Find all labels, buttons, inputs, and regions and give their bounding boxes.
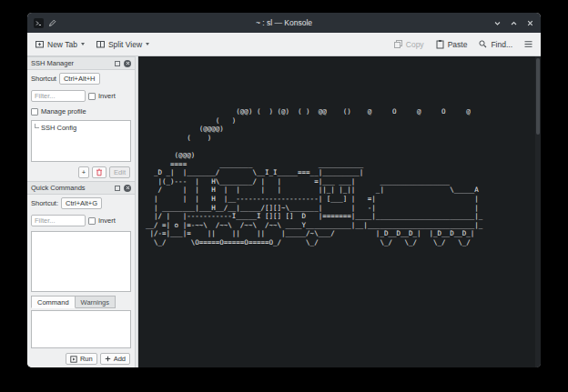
qc-tabs: Command Warnings — [31, 296, 131, 308]
close-icon[interactable] — [124, 60, 131, 67]
ssh-filter-row: Invert — [27, 87, 135, 105]
search-icon — [478, 39, 488, 49]
minimize-button[interactable] — [493, 19, 502, 27]
sidebar: SSH Manager Shortcut Ctrl+Alt+H Invert — [27, 56, 135, 367]
terminal-scrollbar[interactable] — [535, 56, 541, 367]
ssh-manager-panel: SSH Manager Shortcut Ctrl+Alt+H Invert — [27, 56, 135, 181]
add-command-button[interactable]: Add — [100, 353, 130, 365]
float-icon[interactable] — [115, 61, 120, 66]
add-host-button[interactable]: + — [78, 166, 89, 178]
qc-filter-input[interactable] — [31, 215, 86, 226]
tab-warnings[interactable]: Warnings — [76, 296, 116, 308]
ssh-invert-label: Invert — [98, 92, 116, 100]
edit-host-button[interactable]: Edit — [109, 166, 130, 178]
terminal-view[interactable]: (@@) ( ) (@) ( ) @@ () @ O @ O @ ( ) (@@… — [138, 56, 541, 367]
run-icon — [70, 356, 77, 363]
paste-label: Paste — [448, 40, 468, 49]
trash-icon — [96, 168, 103, 176]
ssh-shortcut-label: Shortcut — [31, 75, 56, 83]
tree-item-ssh-config[interactable]: SSH Config — [32, 121, 130, 135]
delete-host-button[interactable] — [92, 166, 106, 178]
paste-icon — [435, 39, 445, 49]
konsole-window: ~ : sl — Konsole New Tab — [27, 13, 541, 367]
chevron-down-icon — [146, 43, 149, 45]
add-label: Add — [114, 355, 126, 363]
qc-command-editor[interactable] — [31, 310, 131, 348]
ssh-filter-input[interactable] — [31, 90, 86, 102]
qc-shortcut-row: Shortcut: Ctrl+Alt+G — [27, 195, 135, 212]
toolbar: New Tab Split View Copy — [27, 33, 541, 56]
close-icon[interactable] — [124, 185, 131, 192]
maximize-button[interactable] — [510, 19, 518, 27]
split-view-icon — [96, 39, 106, 49]
copy-icon — [393, 39, 403, 49]
window-title: ~ : sl — Konsole — [27, 18, 541, 27]
tree-item-label: SSH Config — [41, 124, 76, 132]
tab-command[interactable]: Command — [31, 296, 76, 308]
copy-label: Copy — [406, 40, 424, 49]
ascii-train-art: (@@) ( ) (@) ( ) @@ () @ O @ O @ ( ) (@@… — [138, 56, 541, 247]
qc-invert-checkbox[interactable] — [88, 217, 96, 225]
pencil-icon[interactable] — [48, 19, 56, 27]
quick-commands-header: Quick Commands — [27, 181, 135, 195]
run-button[interactable]: Run — [66, 353, 97, 365]
new-tab-icon — [35, 39, 45, 49]
new-tab-button[interactable]: New Tab — [35, 39, 85, 49]
app-body: SSH Manager Shortcut Ctrl+Alt+H Invert — [27, 56, 541, 367]
run-label: Run — [80, 355, 93, 363]
ssh-manage-profile-row: Manage profile — [27, 105, 135, 118]
paste-button[interactable]: Paste — [435, 39, 468, 49]
desktop-background: ~ : sl — Konsole New Tab — [0, 0, 568, 392]
qc-buttons-row: Run Add — [27, 350, 135, 367]
scrollbar-thumb[interactable] — [536, 58, 540, 135]
chevron-down-icon — [81, 43, 85, 45]
qc-invert-label: Invert — [98, 216, 116, 225]
qc-shortcut-button[interactable]: Ctrl+Alt+G — [61, 197, 102, 209]
hamburger-menu-icon — [523, 39, 533, 49]
hamburger-menu-button[interactable] — [523, 39, 533, 49]
app-icon — [34, 18, 44, 28]
ssh-invert-checkbox[interactable] — [88, 93, 96, 100]
quick-commands-title: Quick Commands — [31, 184, 111, 192]
float-icon[interactable] — [115, 186, 120, 191]
ssh-shortcut-button[interactable]: Ctrl+Alt+H — [59, 73, 100, 85]
new-tab-label: New Tab — [47, 40, 77, 49]
tree-branch-icon — [35, 124, 39, 128]
ssh-manager-title: SSH Manager — [31, 59, 111, 67]
find-label: Find... — [491, 40, 512, 49]
ssh-config-tree[interactable]: SSH Config — [31, 120, 131, 162]
split-view-label: Split View — [108, 40, 142, 49]
ssh-buttons-row: + Edit — [27, 164, 135, 181]
quick-commands-panel: Quick Commands Shortcut: Ctrl+Alt+G Inve — [27, 181, 135, 367]
qc-filter-row: Invert — [27, 212, 135, 229]
manage-profile-label: Manage profile — [41, 107, 86, 116]
qc-shortcut-label: Shortcut: — [31, 199, 58, 207]
qc-command-list[interactable] — [31, 231, 131, 292]
ssh-manager-header: SSH Manager — [27, 56, 135, 70]
close-button[interactable] — [526, 19, 534, 27]
copy-button[interactable]: Copy — [393, 39, 424, 49]
find-button[interactable]: Find... — [478, 39, 512, 49]
split-view-button[interactable]: Split View — [96, 39, 149, 49]
titlebar[interactable]: ~ : sl — Konsole — [27, 13, 541, 33]
plus-icon — [105, 356, 111, 362]
ssh-shortcut-row: Shortcut Ctrl+Alt+H — [27, 70, 135, 87]
manage-profile-checkbox[interactable] — [31, 108, 38, 116]
